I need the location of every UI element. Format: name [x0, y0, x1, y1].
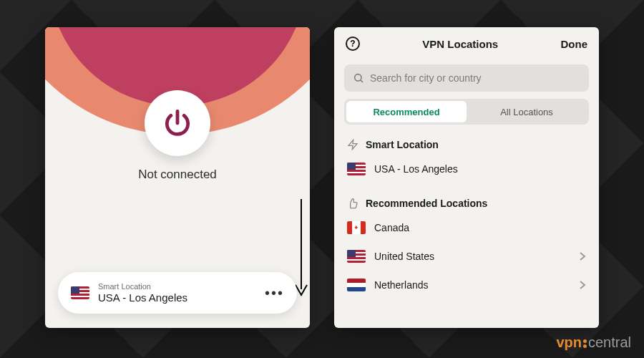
location-value: USA - Los Angeles	[98, 291, 256, 304]
canada-flag-icon: ✦	[347, 221, 366, 234]
list-item-label: Canada	[374, 222, 586, 233]
more-icon[interactable]: •••	[265, 285, 284, 301]
watermark-left: vpn	[556, 334, 582, 350]
locations-title: VPN Locations	[422, 38, 498, 50]
us-flag-icon	[347, 163, 366, 175]
lightning-icon	[347, 139, 358, 150]
smart-location-heading: Smart Location	[334, 133, 599, 155]
netherlands-flag-icon	[347, 279, 366, 291]
watermark-right: central	[588, 334, 631, 350]
tab-segmented-control: Recommended All Locations	[344, 99, 589, 125]
location-row-netherlands[interactable]: Netherlands	[334, 271, 599, 299]
tab-all-locations[interactable]: All Locations	[467, 101, 587, 122]
search-icon	[353, 72, 364, 84]
locations-panel: ? VPN Locations Done Search for city or …	[334, 27, 599, 328]
location-label: Smart Location	[98, 282, 256, 291]
svg-point-1	[355, 74, 361, 81]
us-flag-icon	[347, 250, 366, 263]
search-input[interactable]: Search for city or country	[344, 64, 589, 92]
svg-marker-3	[348, 140, 357, 149]
location-row-united-states[interactable]: United States	[334, 242, 599, 271]
us-flag-icon	[71, 286, 89, 299]
chevron-right-icon	[579, 280, 586, 290]
list-item-label: Netherlands	[374, 279, 570, 291]
recommended-heading: Recommended Locations	[334, 192, 599, 213]
thumbs-up-icon	[347, 198, 358, 209]
smart-location-item[interactable]: USA - Los Angeles	[334, 155, 599, 183]
list-item-label: USA - Los Angeles	[374, 163, 586, 175]
recommended-label: Recommended Locations	[366, 198, 487, 209]
location-row-canada[interactable]: ✦ Canada	[334, 213, 599, 242]
tab-recommended[interactable]: Recommended	[346, 101, 467, 122]
stage: Not connected Smart Location USA - Los A…	[0, 0, 644, 328]
watermark: vpncentral	[556, 334, 631, 351]
watermark-dots-icon	[583, 339, 587, 348]
power-icon	[162, 107, 193, 139]
location-selector[interactable]: Smart Location USA - Los Angeles •••	[58, 272, 297, 314]
smart-location-label: Smart Location	[366, 139, 439, 150]
list-item-label: United States	[374, 251, 570, 262]
main-panel: Not connected Smart Location USA - Los A…	[45, 27, 310, 328]
done-button[interactable]: Done	[560, 38, 587, 50]
annotation-arrow-icon	[294, 199, 308, 299]
location-text: Smart Location USA - Los Angeles	[98, 282, 256, 304]
search-placeholder: Search for city or country	[370, 72, 482, 84]
locations-header: ? VPN Locations Done	[334, 27, 599, 60]
help-icon[interactable]: ?	[346, 37, 360, 51]
connection-status: Not connected	[45, 168, 310, 182]
svg-line-2	[361, 80, 363, 82]
chevron-right-icon	[579, 251, 586, 261]
power-button[interactable]	[145, 90, 210, 156]
